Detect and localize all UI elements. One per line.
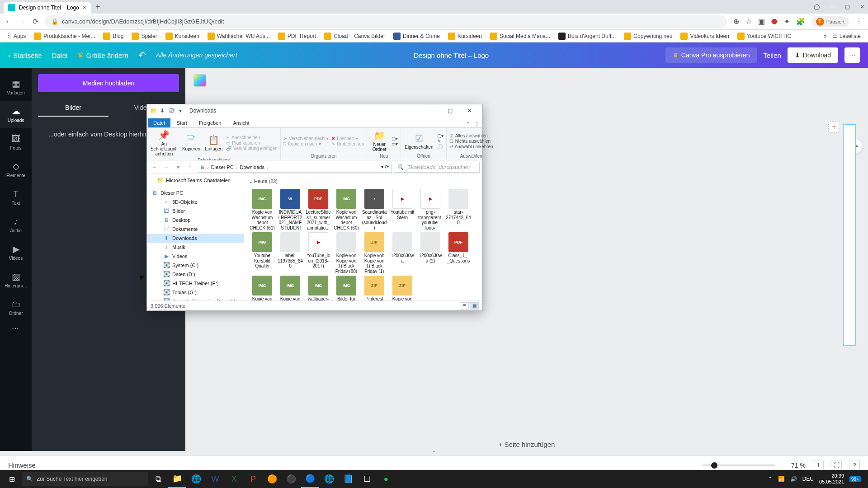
more-button[interactable]: ⋯ xyxy=(844,47,860,63)
edit-button[interactable]: ✎ xyxy=(437,139,443,144)
file-menu[interactable]: Datei xyxy=(52,52,67,59)
sidebar-videos[interactable]: ▶Videos xyxy=(0,239,32,266)
qat-save-icon[interactable]: ⬇ xyxy=(159,107,166,114)
profile-circle-icon[interactable]: ◯ xyxy=(814,4,820,10)
tree-item[interactable]: ♪Musik xyxy=(147,243,244,252)
apps-button[interactable]: ⠿Apps xyxy=(5,32,28,40)
sidebar-text[interactable]: TText xyxy=(0,183,32,211)
resize-menu[interactable]: ♛Größe ändern xyxy=(77,51,128,59)
explorer-minimize-icon[interactable]: — xyxy=(420,104,440,117)
fullscreen-icon[interactable]: ⛶ xyxy=(831,460,842,471)
tab-close-icon[interactable]: × xyxy=(83,4,86,11)
ext-icon-2[interactable]: ⬣ xyxy=(771,17,778,26)
taskbar-edge-icon[interactable]: 🌐 xyxy=(187,470,205,488)
history-button[interactable]: 🕘 xyxy=(437,144,443,149)
file-item[interactable]: IMGKopie von Kursbilder xyxy=(277,275,304,300)
bookmark-item[interactable]: Youtube WICHTIG xyxy=(735,32,794,41)
tree-item[interactable]: 💽Daten (D:) xyxy=(147,270,244,279)
file-group-header[interactable]: ⌄ Heute (22) xyxy=(249,177,478,188)
page-list-icon[interactable]: 1 xyxy=(813,460,824,471)
newitem-button[interactable]: ▢▾ xyxy=(392,136,398,141)
selectnone-button[interactable]: ☐Nichts auswählen xyxy=(449,139,493,144)
bookmark-item[interactable]: PDF Report xyxy=(275,32,319,41)
bookmark-item[interactable]: Dinner & Crime xyxy=(391,32,443,41)
pin-quickaccess-button[interactable]: 📌An Schnellzugriff anheften xyxy=(150,129,179,157)
file-item[interactable]: ▶png-transparent-youtube-logo-computer-.… xyxy=(417,188,444,230)
window-maximize-icon[interactable]: ▢ xyxy=(845,4,850,10)
profile-pill[interactable]: T Pausiert xyxy=(811,16,849,27)
taskbar-edge2-icon[interactable]: 🌐 xyxy=(320,470,338,488)
pastelink-button[interactable]: 🔗Verknüpfung einfügen xyxy=(226,146,277,151)
ribbon-tab-ansicht[interactable]: Ansicht xyxy=(227,118,255,127)
undo-button[interactable]: ↶ xyxy=(138,50,146,61)
help-icon[interactable]: ? xyxy=(849,460,860,471)
crumb-dropdown-icon[interactable]: ▾ xyxy=(381,164,384,170)
chevron-up-icon[interactable]: ⌃ xyxy=(432,450,436,456)
crumb-sep-icon[interactable]: › xyxy=(235,164,239,170)
ribbon-collapse-icon[interactable]: ⌃ xyxy=(466,121,470,127)
file-item[interactable]: IMGBilder für Kursbild xyxy=(333,275,360,300)
notes-button[interactable]: Hinweise xyxy=(8,461,36,469)
file-item[interactable]: PDFLectureSlides1_summer2021_with_annota… xyxy=(305,188,332,230)
upload-media-button[interactable]: Medien hochladen xyxy=(38,74,179,92)
copypath-button[interactable]: ▭Pfad kopieren xyxy=(226,141,277,145)
taskbar-app-icon[interactable]: 🟠 xyxy=(263,470,281,488)
color-picker-chip[interactable] xyxy=(193,74,206,87)
share-button[interactable]: Teilen xyxy=(764,52,781,59)
extensions-icon[interactable]: 🧩 xyxy=(796,17,805,26)
breadcrumb[interactable]: 🖥 › Dieser PC › Downloads › ▾ ⟳ xyxy=(197,162,392,173)
taskbar-app3-icon[interactable]: ☐ xyxy=(358,470,376,488)
file-item[interactable]: ▶Youtube mit Stern xyxy=(389,188,416,230)
explorer-close-icon[interactable]: ✕ xyxy=(460,104,480,117)
bookmark-item[interactable]: Wahlfächer WU Aus... xyxy=(205,32,273,41)
file-item[interactable]: star-2717442_640 xyxy=(445,188,472,230)
tree-item[interactable]: 💽System (C:) xyxy=(147,261,244,270)
crumb-thispc[interactable]: Dieser PC xyxy=(211,164,234,170)
sidebar-elements[interactable]: ◇Elemente xyxy=(0,156,32,183)
tray-chevron-icon[interactable]: ⌃ xyxy=(768,476,773,482)
sidebar-uploads[interactable]: ☁Uploads xyxy=(0,101,32,128)
page-canvas[interactable] xyxy=(843,124,856,346)
zoom-slider[interactable] xyxy=(703,465,775,466)
file-item[interactable]: Kopie von Kopie von 1) Black Friday (80) xyxy=(333,231,360,274)
tree-thispc[interactable]: 🖥Dieser PC xyxy=(147,188,244,197)
start-button[interactable]: ⊞ xyxy=(3,470,21,488)
browser-tab[interactable]: Design ohne Titel – Logo × xyxy=(4,2,91,14)
delete-button[interactable]: ✖Löschen ▾ xyxy=(331,136,364,141)
file-item[interactable]: label-1197365_640 xyxy=(277,231,304,274)
view-icons-icon[interactable]: ▦ xyxy=(470,302,479,310)
window-minimize-icon[interactable]: — xyxy=(830,4,835,10)
invertsel-button[interactable]: ⇄Auswahl umkehren xyxy=(449,144,493,149)
home-button[interactable]: ‹Startseite xyxy=(8,52,42,59)
tree-item[interactable]: 📄Dokumente xyxy=(147,225,244,234)
explorer-search[interactable]: 🔍 "Downloads" durchsuchen xyxy=(394,162,480,173)
taskbar-search[interactable]: 🔍Zur Suche Text hier eingeben xyxy=(22,472,148,486)
bookmark-item[interactable]: Blog xyxy=(100,32,126,41)
folder-tree[interactable]: 📁Microsoft Teams-Chatdateien 🖥Dieser PC … xyxy=(147,174,244,300)
tree-downloads[interactable]: ⬇Downloads xyxy=(147,234,244,243)
address-bar[interactable]: 🔒 canva.com/design/DAEdomzscjl/drBfjHdCo… xyxy=(45,15,727,28)
nav-history-icon[interactable]: ▾ xyxy=(173,162,183,172)
taskbar-spotify-icon[interactable]: ● xyxy=(377,470,395,488)
file-item[interactable]: ZIPPinterest Vorschauvi xyxy=(361,275,388,300)
zoom-knob[interactable] xyxy=(711,462,717,469)
file-item[interactable]: ▶YouTube_icon_(2013-2017) xyxy=(305,231,332,274)
add-element-button[interactable]: + xyxy=(828,121,840,133)
bookmark-item[interactable]: Social Media Mana... xyxy=(487,32,553,41)
crumb-sep-icon[interactable]: › xyxy=(206,164,210,170)
taskbar-explorer-icon[interactable]: 📁 xyxy=(168,470,186,488)
bookmarks-overflow-icon[interactable]: » xyxy=(824,33,827,39)
file-item[interactable]: WINDIVIDUALREPORT2021_NAME_STUDENTNO xyxy=(277,188,304,230)
file-item[interactable]: IMGKopie von Wachstum depot CHECK (60) xyxy=(333,188,360,230)
ribbon-tab-freigeben[interactable]: Freigeben xyxy=(193,118,227,127)
ribbon-tab-datei[interactable]: Datei xyxy=(148,118,170,127)
sidebar-templates[interactable]: ▦Vorlagen xyxy=(0,73,32,101)
tree-item[interactable]: 💽HI-TECH Treiber (E:) xyxy=(147,279,244,288)
taskbar-excel-icon[interactable]: X xyxy=(225,470,243,488)
sidebar-more-icon[interactable]: ⋯ xyxy=(0,324,32,333)
zoom-percent[interactable]: 71 % xyxy=(782,462,806,469)
reading-list-button[interactable]: ☰Leseliste xyxy=(830,32,863,40)
tray-notifications-icon[interactable]: 99+ xyxy=(849,476,861,482)
task-view-icon[interactable]: ⧉ xyxy=(149,470,167,488)
bookmark-item[interactable]: Copywriting neu xyxy=(621,32,675,41)
